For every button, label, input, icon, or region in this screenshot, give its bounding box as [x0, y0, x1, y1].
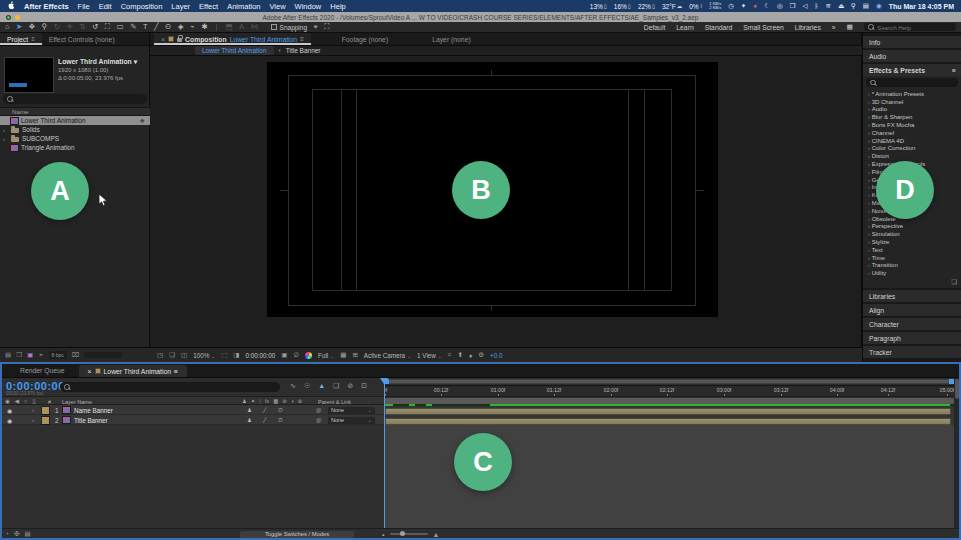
screen-mirroring-icon[interactable]: ◎	[777, 1, 783, 11]
mask-feather-tool[interactable]: ⬒	[225, 22, 232, 32]
scrollbar-handle[interactable]	[955, 379, 959, 399]
interpret-footage-icon[interactable]: ▤	[5, 351, 11, 359]
menu-item[interactable]: Animation	[227, 2, 260, 11]
menu-item[interactable]: View	[269, 2, 285, 11]
status-indicator[interactable]: 13%▯	[590, 3, 607, 10]
status-indicator[interactable]: 16%▯	[614, 3, 631, 10]
channel-color-wheel-icon[interactable]	[305, 352, 312, 359]
expand-arrow-icon[interactable]: ›	[32, 417, 34, 423]
workspace-button[interactable]: Small Screen	[743, 24, 783, 31]
close-icon[interactable]: ×	[161, 36, 165, 43]
snapshot-camera-icon[interactable]: ▣	[281, 351, 287, 359]
frame-blending-icon[interactable]: ❏	[333, 382, 339, 390]
zoom-window-button[interactable]	[6, 15, 11, 20]
effect-category[interactable]: ›Perspective	[863, 223, 961, 231]
switch-column-icon[interactable]: ▦	[273, 398, 278, 405]
transparency-grid-icon[interactable]: ⊞	[352, 351, 357, 359]
layer-duration-bar[interactable]	[385, 408, 951, 415]
tab-render-queue[interactable]: Render Queue	[2, 364, 79, 377]
breadcrumb-comp[interactable]: Lower Third Animation	[195, 46, 274, 55]
switch-column-icon[interactable]: ✦	[251, 398, 255, 405]
magnification-select[interactable]: 100% ⌄	[193, 352, 215, 359]
switch-column-icon[interactable]: ♟	[242, 398, 247, 405]
panel-menu-icon[interactable]: ≡	[300, 36, 304, 42]
align-tool[interactable]: ⋈	[251, 22, 259, 32]
pan-camera-tool[interactable]: ✛	[66, 22, 72, 32]
draft-3d-icon[interactable]: ▲	[318, 382, 325, 390]
parent-dropdown[interactable]: None⌄	[328, 407, 375, 414]
menu-bar-clock[interactable]: Thu Mar 18 4:05 PM	[889, 3, 954, 10]
comp-mini-icon[interactable]: ◔	[5, 530, 9, 538]
effect-category[interactable]: ›Blur & Sharpen	[863, 113, 961, 121]
pixel-aspect-icon[interactable]: ⌗	[448, 351, 452, 359]
collapsed-panel[interactable]: Paragraph	[863, 332, 961, 344]
app-status-icon[interactable]: ✦	[741, 1, 746, 11]
rotation-tool[interactable]: ↺	[92, 22, 98, 32]
minimize-window-button[interactable]	[15, 15, 20, 20]
region-of-interest-icon[interactable]: ▦	[340, 351, 346, 359]
snapping-toggle[interactable]: Snapping	[271, 24, 307, 31]
camera-select[interactable]: Active Camera ⌄	[364, 352, 411, 359]
pen-tool[interactable]: ✎	[130, 22, 136, 32]
tab-footage[interactable]: Footage (none)	[335, 33, 395, 45]
view-layout-select[interactable]: 1 View ⌄	[417, 352, 442, 359]
motion-blur-switch-icon[interactable]: ∅	[278, 407, 283, 413]
effect-category[interactable]: ›Stylize	[863, 238, 961, 246]
trash-icon[interactable]: ⌧	[72, 351, 80, 359]
panel-audio[interactable]: Audio	[863, 50, 961, 62]
guides-icon[interactable]: ◫	[181, 351, 187, 359]
effects-presets-header[interactable]: Effects & Presets≡	[863, 64, 961, 76]
parent-dropdown[interactable]: None⌄	[328, 417, 375, 424]
status-indicator[interactable]: 32°F☁	[662, 3, 682, 10]
workspace-button[interactable]: Learn	[676, 24, 693, 31]
zoom-tool[interactable]: ⚲	[42, 22, 48, 32]
expand-arrow-icon[interactable]: ›	[3, 127, 8, 133]
panel-menu-icon[interactable]: ≡	[174, 368, 178, 375]
layer-name-column[interactable]: Layer Name	[62, 399, 92, 405]
timeline-search-box[interactable]	[60, 382, 280, 392]
panel-menu-icon[interactable]: ≡	[952, 67, 956, 74]
collapsed-panel[interactable]: Tracker	[863, 346, 961, 358]
name-column-header[interactable]: Name	[0, 107, 150, 116]
show-snapshot-icon[interactable]: ∅	[293, 351, 299, 359]
switch-column-icon[interactable]: fx	[265, 398, 269, 405]
help-search-box[interactable]	[864, 23, 956, 31]
resolution-select[interactable]: Full ⌄	[318, 352, 334, 359]
workspace-overflow-icon[interactable]: »	[832, 24, 836, 31]
timeline-scrollbar[interactable]	[954, 378, 959, 528]
solo-column-icon[interactable]: ○	[24, 398, 27, 404]
timeline-icon[interactable]: ♦	[469, 352, 472, 359]
collapsed-panel[interactable]: Libraries	[863, 290, 961, 302]
tab-effect-controls[interactable]: Effect Controls (none)	[42, 33, 122, 45]
project-item[interactable]: › Lower Third Animation ❖	[0, 116, 150, 125]
collapsed-panel[interactable]: Character	[863, 318, 961, 330]
expand-arrow-icon[interactable]: ›	[32, 407, 34, 413]
layer-name[interactable]: Title Banner	[74, 417, 108, 424]
zoom-out-icon[interactable]: ▴	[382, 531, 385, 537]
playhead-handle[interactable]	[380, 378, 388, 384]
effect-category[interactable]: ›Channel	[863, 129, 961, 137]
switch-column-icon[interactable]: ⊘	[282, 398, 286, 405]
expand-arrow-icon[interactable]: ›	[3, 136, 8, 142]
menu-item[interactable]: Edit	[99, 2, 112, 11]
workspace-button[interactable]: Standard	[705, 24, 733, 31]
visibility-eye-icon[interactable]: ◉	[7, 417, 12, 424]
visibility-eye-icon[interactable]: ◉	[7, 407, 12, 414]
breadcrumb-layer[interactable]: Title Banner	[286, 47, 321, 54]
tab-timeline-comp[interactable]: × Lower Third Animation ≡	[79, 365, 187, 377]
new-composition-icon[interactable]: ▣	[27, 351, 33, 359]
playhead-line[interactable]	[384, 378, 385, 528]
pick-whip-icon[interactable]: @	[316, 407, 322, 413]
effect-category[interactable]: ›Audio	[863, 106, 961, 114]
axis-mode-tool[interactable]: A	[239, 22, 244, 32]
layer-duration-bar[interactable]	[385, 418, 951, 425]
new-folder-icon[interactable]: ❐	[16, 351, 22, 359]
expand-icon[interactable]: ✠	[14, 530, 19, 538]
volume-icon[interactable]: ◁	[803, 1, 808, 11]
mask-visibility-icon[interactable]: ⬚	[221, 351, 227, 359]
zoom-in-icon[interactable]: ▲	[433, 531, 440, 538]
time-ruler[interactable]: 0f 00:12f 01:00f 01:12f 02:00f 02:12f 03…	[384, 385, 954, 396]
shy-switch-icon[interactable]: ♟	[247, 407, 252, 413]
type-tool[interactable]: T	[143, 22, 148, 32]
menu-item[interactable]: Effect	[199, 2, 218, 11]
